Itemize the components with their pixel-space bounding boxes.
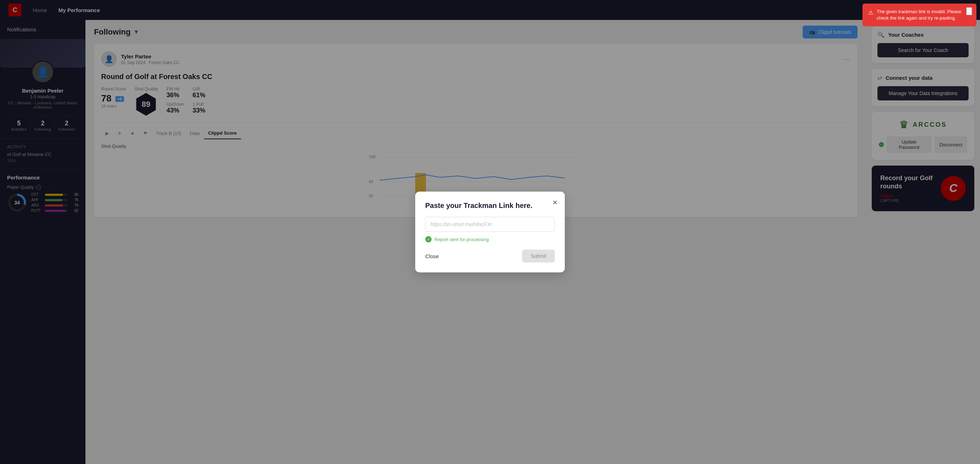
trackman-modal: Paste your Trackman Link here. ✕ ✓ Repor… [415,192,565,272]
modal-close-button[interactable]: Close [425,253,439,259]
modal-footer: Close Submit [425,249,555,262]
toast-message: The given trackman link is invalid. Plea… [877,8,962,21]
error-toast: ⚠ The given trackman link is invalid. Pl… [862,3,977,26]
warning-icon: ⚠ [868,9,873,17]
toast-close-button[interactable]: ✕ [966,7,972,15]
trackman-link-input[interactable] [425,217,555,232]
modal-title: Paste your Trackman Link here. [425,202,555,210]
modal-close-x-button[interactable]: ✕ [552,199,558,207]
modal-success-message: ✓ Report sent for processing [425,236,555,243]
modal-submit-button[interactable]: Submit [522,249,555,262]
success-check-icon: ✓ [425,236,431,243]
modal-overlay[interactable]: Paste your Trackman Link here. ✕ ✓ Repor… [0,0,980,464]
